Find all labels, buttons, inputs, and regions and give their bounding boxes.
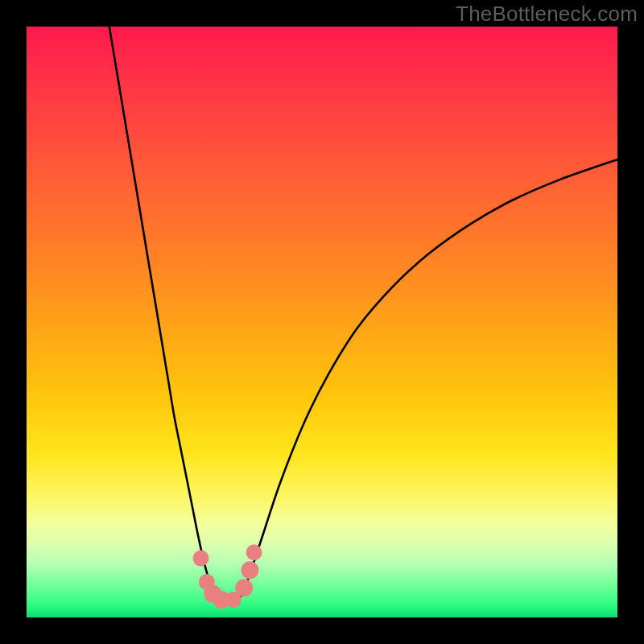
marker-group: [193, 544, 262, 609]
watermark-text: TheBottleneck.com: [456, 2, 638, 27]
marker-dot: [235, 579, 253, 597]
chart-svg: [0, 0, 644, 644]
marker-dot: [193, 551, 209, 567]
bottleneck-curve: [109, 27, 617, 603]
outer-frame: TheBottleneck.com: [0, 0, 644, 644]
marker-dot: [246, 544, 262, 560]
marker-dot: [241, 561, 258, 579]
